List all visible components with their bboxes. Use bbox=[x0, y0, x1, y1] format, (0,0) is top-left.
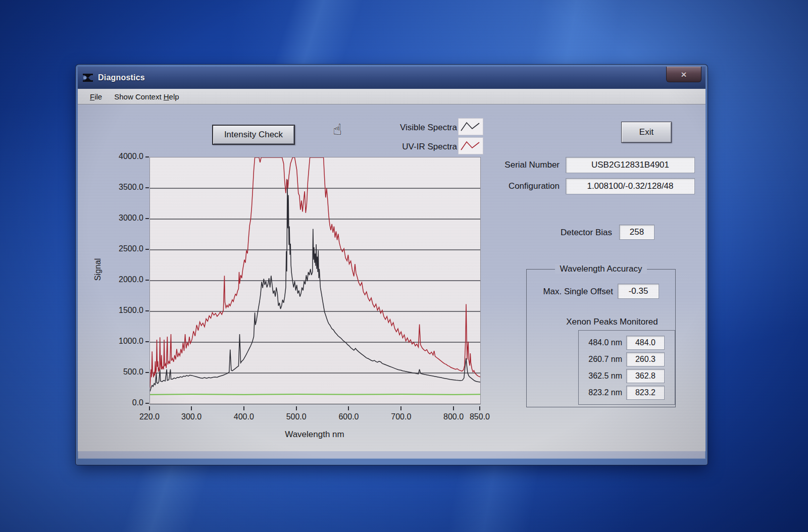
y-tick-label: 500.0 bbox=[93, 367, 143, 377]
configuration-field[interactable]: 1.008100/-0.32/128/48 bbox=[566, 178, 695, 194]
x-tick-label: 850.0 bbox=[464, 412, 496, 421]
x-tick-label: 500.0 bbox=[280, 412, 313, 421]
x-tick-label: 600.0 bbox=[332, 412, 365, 421]
uvir-spectra-line-icon bbox=[460, 139, 482, 153]
intensity-check-button[interactable]: Intensity Check bbox=[212, 125, 295, 145]
xenon-peak-label: 823.2 nm bbox=[579, 388, 622, 397]
xenon-peak-field[interactable]: 484.0 bbox=[626, 336, 665, 350]
x-tick-mark bbox=[479, 406, 480, 410]
y-tick-label: 3000.0 bbox=[93, 214, 143, 223]
series-visible-spectra bbox=[150, 180, 480, 392]
max-single-offset-field[interactable]: -0.35 bbox=[618, 284, 659, 299]
y-tick-mark bbox=[145, 249, 149, 250]
xenon-peaks-title: Xenon Peaks Monitored bbox=[549, 317, 675, 327]
series-uv-ir-spectra bbox=[150, 157, 480, 388]
close-button[interactable]: × bbox=[666, 67, 701, 82]
x-tick-mark bbox=[296, 406, 297, 410]
y-tick-mark bbox=[145, 280, 149, 281]
serial-number-field[interactable]: USB2G12831B4901 bbox=[566, 157, 695, 173]
y-tick-label: 2000.0 bbox=[93, 275, 143, 284]
desktop: { "window": { "title": "Diagnostics", "c… bbox=[0, 0, 808, 532]
y-tick-mark bbox=[145, 187, 149, 188]
y-tick-mark bbox=[145, 372, 149, 373]
xenon-peak-label: 362.5 nm bbox=[579, 371, 622, 381]
diagnostics-window: Diagnostics × File Show Context Help Int… bbox=[76, 65, 708, 465]
y-tick-label: 1500.0 bbox=[93, 306, 143, 315]
y-tick-label: 3500.0 bbox=[93, 183, 143, 192]
legend-swatch-uvir-spectra bbox=[459, 138, 483, 154]
y-tick-mark bbox=[145, 156, 149, 157]
x-tick-label: 300.0 bbox=[175, 412, 208, 421]
close-icon: × bbox=[681, 70, 686, 79]
y-tick-mark bbox=[145, 341, 149, 342]
y-tick-mark bbox=[145, 310, 149, 311]
menu-item-file[interactable]: File bbox=[78, 89, 108, 104]
xenon-peak-field[interactable]: 823.2 bbox=[626, 386, 665, 400]
y-tick-label: 1000.0 bbox=[93, 337, 143, 346]
plot-area bbox=[149, 157, 481, 404]
series-baseline bbox=[150, 394, 480, 395]
menu-item-show-context-help[interactable]: Show Context Help bbox=[108, 89, 185, 104]
x-tick-mark bbox=[243, 406, 244, 410]
xenon-peaks-box: 484.0 nm 484.0 260.7 nm 260.3 362.5 nm 3… bbox=[578, 330, 675, 405]
x-tick-mark bbox=[400, 406, 401, 410]
x-tick-mark bbox=[348, 406, 349, 410]
spectra-chart bbox=[150, 157, 480, 404]
y-tick-mark bbox=[145, 403, 149, 404]
wavelength-accuracy-group: Wavelength Accuracy Max. Single Offset -… bbox=[526, 269, 676, 407]
hand-cursor: ☝ bbox=[333, 121, 342, 138]
xenon-peak-field[interactable]: 260.3 bbox=[626, 352, 665, 366]
y-tick-label: 2500.0 bbox=[93, 244, 143, 253]
xenon-peak-label: 484.0 nm bbox=[579, 338, 622, 347]
y-tick-label: 0.0 bbox=[93, 398, 143, 407]
y-tick-label: 4000.0 bbox=[93, 152, 143, 161]
detector-bias-label: Detector Bias bbox=[516, 228, 612, 238]
x-tick-mark bbox=[149, 406, 150, 410]
x-tick-label: 700.0 bbox=[385, 412, 417, 421]
legend-label-uvir-spectra: UV-IR Spectra bbox=[361, 142, 457, 152]
x-tick-label: 220.0 bbox=[133, 412, 166, 421]
exit-button[interactable]: Exit bbox=[621, 122, 672, 143]
wavelength-accuracy-title: Wavelength Accuracy bbox=[527, 264, 675, 274]
client-area: Intensity Check ☝ Visible Spectra UV-IR … bbox=[78, 104, 705, 451]
y-tick-mark bbox=[145, 218, 149, 219]
visible-spectra-line-icon bbox=[460, 120, 482, 134]
x-tick-mark bbox=[191, 406, 192, 410]
legend-label-visible-spectra: Visible Spectra bbox=[361, 123, 457, 133]
xenon-peak-field[interactable]: 362.8 bbox=[626, 369, 665, 383]
menu-bar: File Show Context Help bbox=[78, 89, 705, 104]
app-icon bbox=[83, 74, 93, 82]
x-axis-title: Wavelength nm bbox=[149, 430, 480, 440]
legend-swatch-visible-spectra bbox=[459, 119, 483, 135]
max-single-offset-label: Max. Single Offset bbox=[527, 287, 613, 297]
title-bar[interactable]: Diagnostics × bbox=[78, 67, 705, 89]
x-tick-label: 400.0 bbox=[228, 412, 260, 421]
detector-bias-field[interactable]: 258 bbox=[619, 225, 654, 240]
x-tick-mark bbox=[453, 406, 454, 410]
window-title: Diagnostics bbox=[98, 73, 145, 82]
xenon-peak-label: 260.7 nm bbox=[579, 355, 622, 364]
